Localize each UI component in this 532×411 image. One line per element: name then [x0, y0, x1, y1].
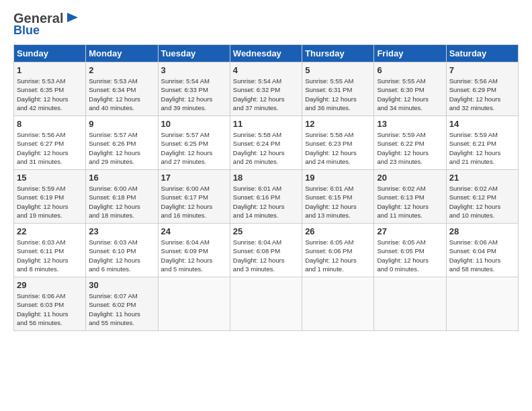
calendar-table: SundayMondayTuesdayWednesdayThursdayFrid…	[13, 44, 519, 331]
day-cell	[446, 277, 518, 331]
day-info: Sunrise: 6:04 AMSunset: 6:08 PMDaylight:…	[233, 238, 299, 273]
weekday-header-sunday: Sunday	[14, 45, 86, 62]
day-info: Sunrise: 6:01 AMSunset: 6:16 PMDaylight:…	[233, 184, 299, 220]
day-cell: 12Sunrise: 5:58 AMSunset: 6:23 PMDayligh…	[302, 116, 374, 170]
day-info: Sunrise: 5:55 AMSunset: 6:31 PMDaylight:…	[305, 77, 371, 112]
day-info: Sunrise: 5:56 AMSunset: 6:29 PMDaylight:…	[449, 77, 515, 112]
weekday-header-monday: Monday	[86, 45, 158, 62]
day-number: 10	[161, 119, 227, 129]
day-info: Sunrise: 6:00 AMSunset: 6:17 PMDaylight:…	[161, 184, 227, 220]
day-info: Sunrise: 6:06 AMSunset: 6:03 PMDaylight:…	[17, 291, 83, 327]
day-cell: 18Sunrise: 6:01 AMSunset: 6:16 PMDayligh…	[230, 170, 302, 224]
weekday-header-thursday: Thursday	[302, 45, 374, 62]
day-cell: 29Sunrise: 6:06 AMSunset: 6:03 PMDayligh…	[14, 277, 86, 331]
week-row-4: 22Sunrise: 6:03 AMSunset: 6:11 PMDayligh…	[14, 224, 519, 277]
day-cell: 28Sunrise: 6:06 AMSunset: 6:04 PMDayligh…	[446, 224, 518, 277]
day-info: Sunrise: 6:07 AMSunset: 6:02 PMDaylight:…	[89, 291, 154, 327]
logo-container: General Blue	[13, 11, 79, 38]
day-number: 1	[17, 65, 83, 75]
day-info: Sunrise: 6:05 AMSunset: 6:05 PMDaylight:…	[377, 238, 443, 273]
svg-marker-0	[67, 13, 78, 22]
weekday-header-wednesday: Wednesday	[230, 45, 302, 62]
weekday-header-saturday: Saturday	[446, 45, 518, 62]
weekday-header-friday: Friday	[374, 45, 446, 62]
day-number: 28	[449, 226, 515, 236]
week-row-5: 29Sunrise: 6:06 AMSunset: 6:03 PMDayligh…	[14, 277, 519, 331]
day-cell: 1Sunrise: 5:53 AMSunset: 6:35 PMDaylight…	[14, 62, 86, 116]
day-cell: 20Sunrise: 6:02 AMSunset: 6:13 PMDayligh…	[374, 170, 446, 224]
day-cell: 5Sunrise: 5:55 AMSunset: 6:31 PMDaylight…	[302, 62, 374, 116]
day-number: 3	[161, 65, 227, 75]
day-info: Sunrise: 6:02 AMSunset: 6:12 PMDaylight:…	[449, 184, 515, 220]
day-info: Sunrise: 5:57 AMSunset: 6:26 PMDaylight:…	[89, 130, 154, 166]
logo-blue-text: Blue	[13, 24, 40, 38]
logo: General Blue	[13, 11, 79, 38]
day-cell: 26Sunrise: 6:05 AMSunset: 6:06 PMDayligh…	[302, 224, 374, 277]
day-number: 27	[377, 226, 443, 236]
day-cell: 8Sunrise: 5:56 AMSunset: 6:27 PMDaylight…	[14, 116, 86, 170]
day-number: 5	[305, 65, 371, 75]
day-number: 29	[17, 280, 83, 290]
day-info: Sunrise: 5:56 AMSunset: 6:27 PMDaylight:…	[17, 130, 83, 166]
day-cell	[230, 277, 302, 331]
day-info: Sunrise: 6:01 AMSunset: 6:15 PMDaylight:…	[305, 184, 371, 220]
day-info: Sunrise: 5:58 AMSunset: 6:23 PMDaylight:…	[305, 130, 371, 166]
day-cell: 30Sunrise: 6:07 AMSunset: 6:02 PMDayligh…	[86, 277, 158, 331]
day-info: Sunrise: 6:00 AMSunset: 6:18 PMDaylight:…	[89, 184, 154, 220]
day-info: Sunrise: 5:54 AMSunset: 6:32 PMDaylight:…	[233, 77, 299, 112]
day-info: Sunrise: 5:54 AMSunset: 6:33 PMDaylight:…	[161, 77, 227, 112]
day-number: 15	[17, 173, 83, 183]
day-cell: 2Sunrise: 5:53 AMSunset: 6:34 PMDaylight…	[86, 62, 158, 116]
day-info: Sunrise: 6:04 AMSunset: 6:09 PMDaylight:…	[161, 238, 227, 273]
day-info: Sunrise: 6:03 AMSunset: 6:11 PMDaylight:…	[17, 238, 83, 273]
day-number: 11	[233, 119, 299, 129]
day-number: 7	[449, 65, 515, 75]
day-cell: 13Sunrise: 5:59 AMSunset: 6:22 PMDayligh…	[374, 116, 446, 170]
day-cell: 11Sunrise: 5:58 AMSunset: 6:24 PMDayligh…	[230, 116, 302, 170]
page: General Blue SundayMondayTuesdayWednesda…	[0, 0, 532, 411]
weekday-header-tuesday: Tuesday	[158, 45, 230, 62]
day-cell: 6Sunrise: 5:55 AMSunset: 6:30 PMDaylight…	[374, 62, 446, 116]
day-info: Sunrise: 6:06 AMSunset: 6:04 PMDaylight:…	[449, 238, 515, 273]
day-cell: 7Sunrise: 5:56 AMSunset: 6:29 PMDaylight…	[446, 62, 518, 116]
day-cell: 19Sunrise: 6:01 AMSunset: 6:15 PMDayligh…	[302, 170, 374, 224]
day-number: 25	[233, 226, 299, 236]
day-cell: 14Sunrise: 5:59 AMSunset: 6:21 PMDayligh…	[446, 116, 518, 170]
week-row-3: 15Sunrise: 5:59 AMSunset: 6:19 PMDayligh…	[14, 170, 519, 224]
day-info: Sunrise: 5:59 AMSunset: 6:22 PMDaylight:…	[377, 130, 443, 166]
day-number: 4	[233, 65, 299, 75]
day-cell	[374, 277, 446, 331]
day-number: 9	[89, 119, 154, 129]
day-number: 19	[305, 173, 371, 183]
day-number: 24	[161, 226, 227, 236]
day-cell: 15Sunrise: 5:59 AMSunset: 6:19 PMDayligh…	[14, 170, 86, 224]
day-number: 23	[89, 226, 154, 236]
day-number: 17	[161, 173, 227, 183]
day-number: 8	[17, 119, 83, 129]
day-cell: 16Sunrise: 6:00 AMSunset: 6:18 PMDayligh…	[86, 170, 158, 224]
day-info: Sunrise: 5:55 AMSunset: 6:30 PMDaylight:…	[377, 77, 443, 112]
day-number: 6	[377, 65, 443, 75]
day-cell: 23Sunrise: 6:03 AMSunset: 6:10 PMDayligh…	[86, 224, 158, 277]
day-cell: 9Sunrise: 5:57 AMSunset: 6:26 PMDaylight…	[86, 116, 158, 170]
day-cell: 10Sunrise: 5:57 AMSunset: 6:25 PMDayligh…	[158, 116, 230, 170]
day-info: Sunrise: 5:53 AMSunset: 6:34 PMDaylight:…	[89, 77, 154, 112]
day-number: 22	[17, 226, 83, 236]
day-cell: 3Sunrise: 5:54 AMSunset: 6:33 PMDaylight…	[158, 62, 230, 116]
header: General Blue	[13, 11, 519, 38]
day-number: 14	[449, 119, 515, 129]
day-info: Sunrise: 6:05 AMSunset: 6:06 PMDaylight:…	[305, 238, 371, 273]
day-cell	[302, 277, 374, 331]
day-cell: 25Sunrise: 6:04 AMSunset: 6:08 PMDayligh…	[230, 224, 302, 277]
day-cell: 22Sunrise: 6:03 AMSunset: 6:11 PMDayligh…	[14, 224, 86, 277]
day-number: 30	[89, 280, 154, 290]
day-info: Sunrise: 5:59 AMSunset: 6:21 PMDaylight:…	[449, 130, 515, 166]
day-number: 26	[305, 226, 371, 236]
day-number: 13	[377, 119, 443, 129]
day-cell: 21Sunrise: 6:02 AMSunset: 6:12 PMDayligh…	[446, 170, 518, 224]
day-cell	[158, 277, 230, 331]
logo-arrow-icon	[64, 10, 79, 25]
day-cell: 27Sunrise: 6:05 AMSunset: 6:05 PMDayligh…	[374, 224, 446, 277]
day-info: Sunrise: 5:58 AMSunset: 6:24 PMDaylight:…	[233, 130, 299, 166]
day-info: Sunrise: 6:02 AMSunset: 6:13 PMDaylight:…	[377, 184, 443, 220]
